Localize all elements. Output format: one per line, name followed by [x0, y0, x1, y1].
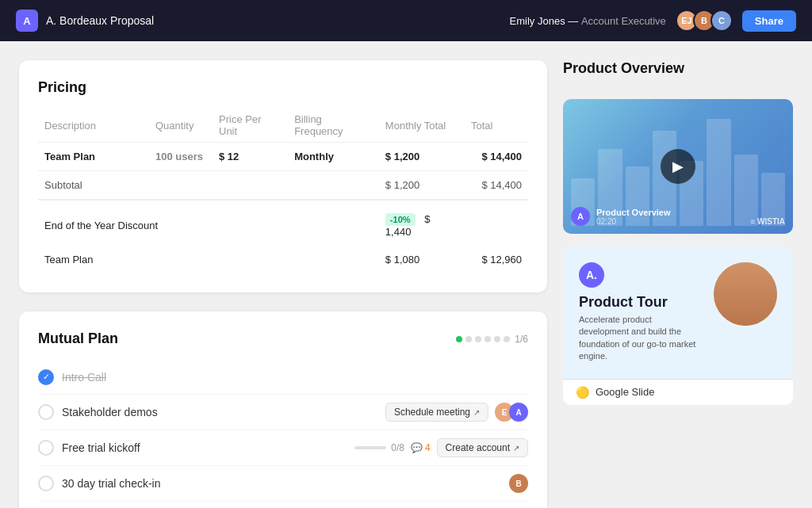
slide-person-image — [714, 262, 777, 326]
external-link-icon: ↗ — [473, 408, 480, 417]
task-checkbox-done[interactable]: ✓ — [38, 369, 54, 385]
list-item: Stakeholder demos Schedule meeting ↗ E A — [38, 395, 528, 430]
user-info: Emily Jones — Account Executive — [510, 15, 666, 27]
task-label: Stakeholder demos — [62, 406, 377, 418]
cell-price: $ 12 — [213, 143, 288, 171]
google-slide-card[interactable]: A. Product Tour Accelerate product devel… — [563, 246, 793, 405]
person-silhouette — [714, 262, 777, 326]
task-actions: B — [509, 474, 528, 493]
dot-4 — [485, 336, 491, 342]
progress-dots — [456, 336, 510, 342]
schedule-meeting-button[interactable]: Schedule meeting ↗ — [385, 403, 488, 422]
col-header-monthly: Monthly Total — [379, 109, 465, 143]
table-row: Team Plan 100 users $ 12 Monthly $ 1,200… — [38, 143, 528, 171]
task-checkbox[interactable] — [38, 404, 54, 420]
right-panel-title: Product Overview — [563, 60, 793, 77]
google-icon: 🟡 — [576, 386, 589, 399]
mutual-plan-header: Mutual Plan 1/6 — [38, 330, 528, 347]
progress-count: 0/8 — [391, 442, 404, 453]
task-label: Free trial kickoff — [62, 441, 347, 454]
dot-2 — [465, 336, 472, 342]
dot-3 — [475, 336, 481, 342]
progress-indicator: 1/6 — [456, 334, 528, 345]
share-button[interactable]: Share — [742, 10, 796, 32]
wistia-logo: ≡ WISTIA — [750, 217, 785, 226]
create-account-label: Create account — [446, 442, 510, 453]
col-header-total: Total — [465, 109, 528, 143]
task-actions: 0/8 💬 4 Create account ↗ — [354, 438, 528, 457]
table-row: Subtotal $ 1,200 $ 14,400 — [38, 171, 528, 201]
dot-5 — [494, 336, 500, 342]
cell-quantity: 100 users — [149, 143, 213, 171]
proposal-title: A. Bordeaux Proposal — [46, 14, 154, 27]
pricing-table: Description Quantity Price Per Unit Bill… — [38, 109, 528, 273]
pricing-card: Pricing Description Quantity Price Per U… — [19, 60, 547, 292]
dot-1 — [456, 336, 462, 342]
cell-discount-value: -10% $ 1,440 — [379, 200, 465, 246]
right-panel: Product Overview ▶ A Product Overview — [563, 60, 793, 508]
col-header-description: Description — [38, 109, 149, 143]
user-role-separator: — — [568, 15, 581, 27]
list-item: 30 day trial check-in B — [38, 466, 528, 502]
col-header-frequency: Billing Frequency — [288, 109, 379, 143]
cell-discount-total — [465, 200, 528, 246]
avatar-group: EJ B C — [676, 10, 733, 32]
topnav: A A. Bordeaux Proposal Emily Jones — Acc… — [0, 0, 812, 41]
schedule-meeting-label: Schedule meeting — [394, 407, 470, 418]
dot-6 — [504, 336, 510, 342]
user-role: Account Executive — [581, 15, 666, 27]
task-label: 30 day trial check-in — [62, 477, 501, 490]
main-layout: Pricing Description Quantity Price Per U… — [0, 41, 812, 508]
progress-text: 1/6 — [515, 334, 528, 345]
list-item: Free trial kickoff 0/8 💬 4 — [38, 430, 528, 466]
avatar-assignee-2: A — [509, 403, 528, 422]
slide-footer: 🟡 Google Slide — [563, 379, 793, 405]
cell-discount-freq — [288, 200, 379, 246]
app-logo: A — [16, 10, 38, 32]
video-label: A Product Overview 02:20 — [571, 207, 671, 226]
cell-price — [213, 171, 288, 201]
avatar-3: C — [710, 10, 733, 32]
user-name: Emily Jones — [510, 15, 565, 27]
slide-description: Accelerate product development and build… — [579, 314, 701, 363]
table-row: End of the Year Discount -10% $ 1,440 — [38, 200, 528, 246]
cell-quantity — [149, 171, 213, 201]
pricing-title: Pricing — [38, 79, 528, 96]
list-item: ✓ Intro Call — [38, 360, 528, 395]
task-label: Intro Call — [62, 371, 528, 384]
cell-monthly: $ 1,200 — [379, 171, 465, 201]
external-link-icon: ↗ — [513, 444, 519, 453]
video-title: Product Overview — [596, 208, 671, 217]
slide-logo: A. — [579, 262, 604, 288]
assignee-avatars: E A — [495, 403, 528, 422]
cell-discount-label: End of the Year Discount — [38, 200, 288, 246]
comment-count: 4 — [425, 442, 431, 453]
task-actions: Schedule meeting ↗ E A — [385, 403, 528, 422]
video-logo: A — [571, 207, 590, 226]
cell-description: Subtotal — [38, 171, 149, 201]
col-header-quantity: Quantity — [149, 109, 213, 143]
progress-bar — [354, 446, 386, 449]
discount-badge: -10% — [385, 213, 416, 226]
slide-content: A. Product Tour Accelerate product devel… — [563, 246, 793, 379]
table-row: Team Plan $ 1,080 $ 12,960 — [38, 246, 528, 273]
task-checkbox[interactable] — [38, 440, 54, 456]
topnav-left: A A. Bordeaux Proposal — [16, 10, 154, 32]
cell-total: $ 14,400 — [465, 143, 528, 171]
video-thumbnail[interactable]: ▶ A Product Overview 02:20 ≡ WISTIA — [563, 99, 793, 234]
task-checkbox[interactable] — [38, 476, 54, 491]
task-progress: 0/8 — [354, 442, 404, 453]
create-account-button[interactable]: Create account ↗ — [437, 438, 528, 457]
cell-quantity — [149, 246, 213, 273]
col-header-price: Price Per Unit — [213, 109, 288, 143]
slide-footer-label: Google Slide — [596, 386, 654, 398]
cell-description: Team Plan — [38, 246, 149, 273]
play-button[interactable]: ▶ — [661, 149, 695, 184]
comment-badge: 💬 4 — [411, 442, 431, 453]
slide-text: A. Product Tour Accelerate product devel… — [579, 262, 701, 363]
cell-monthly: $ 1,200 — [379, 143, 465, 171]
avatar-assignee-3: B — [509, 474, 528, 493]
cell-total: $ 12,960 — [465, 246, 528, 273]
mutual-plan-card: Mutual Plan 1/6 ✓ — [19, 311, 547, 508]
cell-description: Team Plan — [38, 143, 149, 171]
